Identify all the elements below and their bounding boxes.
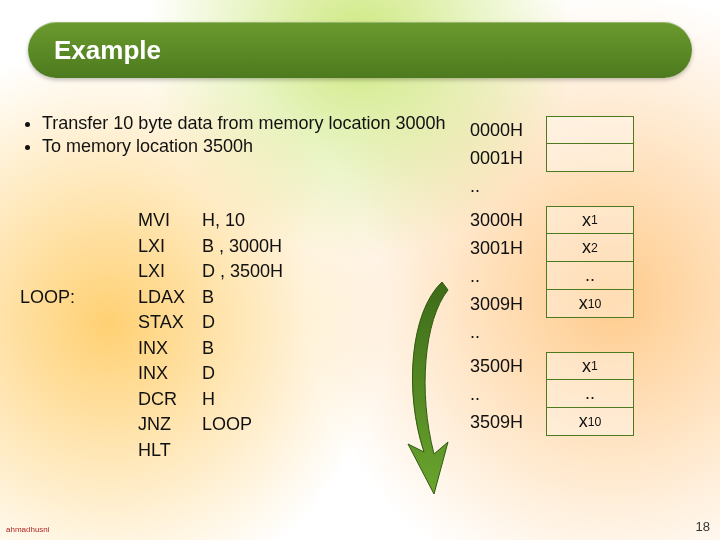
memory-row: 3500Hx1 xyxy=(470,352,634,380)
footer-page-number: 18 xyxy=(696,519,710,534)
memory-row: .... xyxy=(470,380,634,408)
memory-address: 3000H xyxy=(470,206,546,234)
code-operand: D xyxy=(202,310,215,336)
code-mnemonic: INX xyxy=(138,336,202,362)
memory-row: 0001H xyxy=(470,144,634,172)
code-mnemonic: HLT xyxy=(138,438,202,464)
memory-cell: x10 xyxy=(546,408,634,436)
memory-address: 0001H xyxy=(470,144,546,172)
code-label xyxy=(20,234,138,260)
code-operand: B xyxy=(202,336,214,362)
memory-row: .. xyxy=(470,172,634,200)
memory-row: 3009Hx10 xyxy=(470,290,634,318)
code-mnemonic: LXI xyxy=(138,234,202,260)
memory-address: 3509H xyxy=(470,408,546,436)
footer-author: ahmadhusni xyxy=(6,525,50,534)
memory-cell: x1 xyxy=(546,352,634,380)
memory-cell xyxy=(546,144,634,172)
memory-row: 3509Hx10 xyxy=(470,408,634,436)
memory-row: 0000H xyxy=(470,116,634,144)
memory-cell: x2 xyxy=(546,234,634,262)
code-label: LOOP: xyxy=(20,285,138,311)
memory-gap xyxy=(546,172,634,200)
memory-gap xyxy=(546,318,634,346)
code-mnemonic: LDAX xyxy=(138,285,202,311)
code-mnemonic: INX xyxy=(138,361,202,387)
memory-address: 3500H xyxy=(470,352,546,380)
memory-cell: .. xyxy=(546,262,634,290)
code-label xyxy=(20,336,138,362)
code-operand: D , 3500H xyxy=(202,259,283,285)
memory-cell: x1 xyxy=(546,206,634,234)
code-label xyxy=(20,310,138,336)
memory-address: .. xyxy=(470,172,546,200)
code-operand: B , 3000H xyxy=(202,234,282,260)
code-label xyxy=(20,387,138,413)
memory-address: 3009H xyxy=(470,290,546,318)
title-bar: Example xyxy=(28,22,692,78)
memory-cell xyxy=(546,116,634,144)
memory-row: .. xyxy=(470,318,634,346)
code-mnemonic: DCR xyxy=(138,387,202,413)
code-label xyxy=(20,208,138,234)
code-operand: D xyxy=(202,361,215,387)
code-mnemonic: LXI xyxy=(138,259,202,285)
memory-row: .... xyxy=(470,262,634,290)
arrow-icon xyxy=(390,272,460,502)
code-mnemonic: STAX xyxy=(138,310,202,336)
code-mnemonic: JNZ xyxy=(138,412,202,438)
memory-address: .. xyxy=(470,318,546,346)
memory-cell: .. xyxy=(546,380,634,408)
content-area: Transfer 10 byte data from memory locati… xyxy=(20,112,700,516)
memory-address: 3001H xyxy=(470,234,546,262)
code-label xyxy=(20,438,138,464)
memory-row: 3000Hx1 xyxy=(470,206,634,234)
code-mnemonic: MVI xyxy=(138,208,202,234)
assembly-code: MVIH, 10 LXIB , 3000H LXID , 3500H LOOP:… xyxy=(20,208,283,463)
slide-title: Example xyxy=(54,35,161,66)
memory-map: 0000H0001H..3000Hx13001Hx2....3009Hx10..… xyxy=(470,116,634,436)
code-label xyxy=(20,412,138,438)
code-label xyxy=(20,361,138,387)
memory-address: .. xyxy=(470,262,546,290)
memory-row: 3001Hx2 xyxy=(470,234,634,262)
memory-address: 0000H xyxy=(470,116,546,144)
memory-address: .. xyxy=(470,380,546,408)
code-label xyxy=(20,259,138,285)
code-operand: LOOP xyxy=(202,412,252,438)
code-operand: H, 10 xyxy=(202,208,245,234)
memory-cell: x10 xyxy=(546,290,634,318)
code-operand: B xyxy=(202,285,214,311)
code-operand: H xyxy=(202,387,215,413)
